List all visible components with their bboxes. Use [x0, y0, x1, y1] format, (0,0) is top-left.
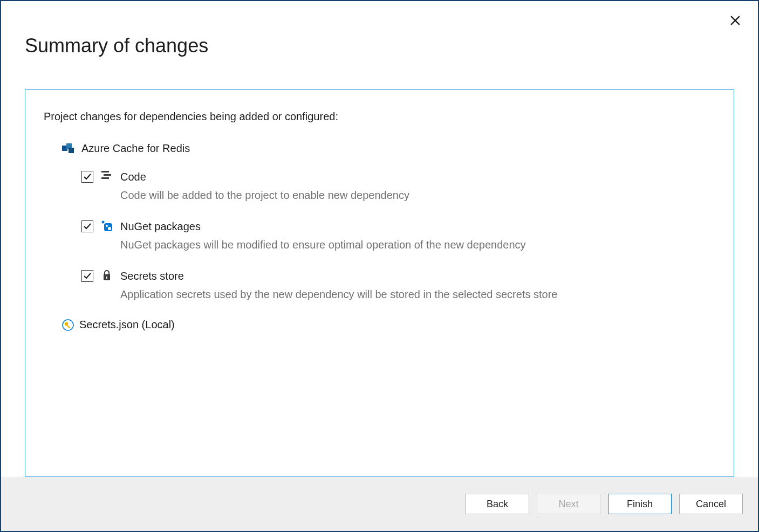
secrets-store-row: Secrets.json (Local): [62, 319, 715, 331]
checkbox-secrets[interactable]: [81, 270, 93, 282]
redis-icon: [62, 143, 75, 154]
svg-point-10: [106, 225, 108, 227]
checkbox-nuget[interactable]: [81, 220, 93, 232]
content-area: Project changes for dependencies being a…: [1, 57, 758, 477]
nuget-icon: [101, 220, 113, 231]
key-icon: [62, 319, 74, 331]
change-item-nuget: NuGet packages NuGet packages will be mo…: [81, 219, 715, 253]
svg-rect-13: [106, 277, 107, 279]
change-title: Code: [120, 170, 409, 184]
svg-rect-9: [104, 223, 112, 231]
svg-rect-6: [104, 174, 111, 176]
summary-panel: Project changes for dependencies being a…: [25, 89, 734, 477]
checkbox-code[interactable]: [81, 171, 93, 183]
close-button[interactable]: [729, 14, 742, 27]
change-description: Code will be added to the project to ena…: [120, 187, 409, 203]
change-title: NuGet packages: [120, 219, 526, 233]
change-title: Secrets store: [120, 269, 557, 283]
page-title: Summary of changes: [25, 34, 758, 57]
intro-text: Project changes for dependencies being a…: [44, 110, 715, 123]
next-button: Next: [537, 494, 600, 514]
dependency-name: Azure Cache for Redis: [81, 142, 190, 155]
cancel-button[interactable]: Cancel: [679, 494, 743, 514]
svg-rect-7: [101, 177, 109, 179]
back-button[interactable]: Back: [466, 494, 529, 514]
svg-rect-4: [69, 148, 74, 153]
svg-rect-5: [101, 171, 109, 172]
code-icon: [101, 171, 113, 181]
finish-button[interactable]: Finish: [608, 494, 672, 514]
close-icon: [730, 16, 740, 25]
dialog-footer: Back Next Finish Cancel: [1, 477, 758, 531]
secrets-store-label: Secrets.json (Local): [79, 319, 175, 331]
change-item-code: Code Code will be added to the project t…: [81, 170, 715, 203]
lock-icon: [101, 270, 113, 281]
svg-point-8: [102, 221, 105, 224]
dialog-window: Summary of changes Project changes for d…: [0, 0, 759, 532]
change-description: Application secrets used by the new depe…: [120, 286, 557, 302]
change-description: NuGet packages will be modified to ensur…: [120, 237, 526, 253]
change-item-secrets: Secrets store Application secrets used b…: [81, 269, 715, 302]
dependency-row: Azure Cache for Redis: [62, 142, 715, 155]
svg-point-11: [108, 227, 111, 230]
svg-point-14: [63, 320, 73, 330]
